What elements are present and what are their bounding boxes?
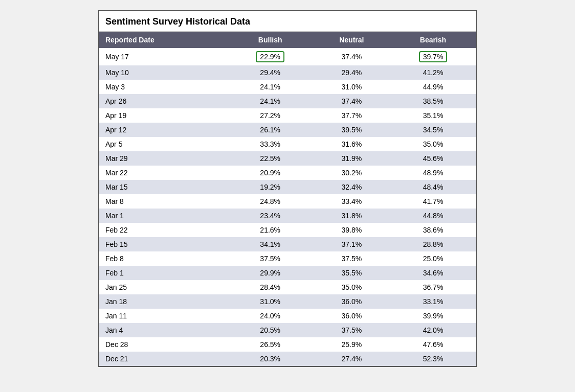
col-header-date: Reported Date [99, 32, 228, 48]
cell-date: Mar 1 [99, 209, 228, 223]
cell-bullish: 27.2% [228, 108, 313, 123]
cell-bearish: 44.9% [390, 80, 476, 94]
cell-date: May 17 [99, 48, 228, 65]
cell-bullish: 26.1% [228, 123, 313, 137]
cell-date: Jan 4 [99, 323, 228, 337]
table-row: Mar 2220.9%30.2%48.9% [99, 166, 476, 180]
cell-neutral: 31.6% [313, 137, 390, 151]
col-header-bullish: Bullish [228, 32, 313, 48]
cell-neutral: 33.4% [313, 194, 390, 209]
table-row: May 1722.9%37.4%39.7% [99, 48, 476, 65]
cell-neutral: 35.0% [313, 280, 390, 294]
table-row: May 1029.4%29.4%41.2% [99, 65, 476, 80]
cell-neutral: 37.5% [313, 323, 390, 337]
cell-bullish: 24.1% [228, 80, 313, 94]
cell-bullish: 20.9% [228, 166, 313, 180]
cell-bullish: 37.5% [228, 251, 313, 266]
cell-bullish: 33.3% [228, 137, 313, 151]
table-row: Feb 2221.6%39.8%38.6% [99, 223, 476, 237]
cell-date: Mar 15 [99, 180, 228, 194]
cell-date: Apr 12 [99, 123, 228, 137]
cell-bearish: 36.7% [390, 280, 476, 294]
cell-date: Dec 28 [99, 337, 228, 352]
cell-bullish: 23.4% [228, 209, 313, 223]
cell-bullish: 21.6% [228, 223, 313, 237]
table-row: Mar 824.8%33.4%41.7% [99, 194, 476, 209]
cell-bearish: 48.4% [390, 180, 476, 194]
cell-date: Feb 8 [99, 251, 228, 266]
cell-bullish: 19.2% [228, 180, 313, 194]
cell-bearish: 39.9% [390, 309, 476, 323]
table-row: Feb 129.9%35.5%34.6% [99, 266, 476, 280]
cell-bullish: 24.8% [228, 194, 313, 209]
cell-bearish: 38.5% [390, 94, 476, 108]
cell-bearish: 41.2% [390, 65, 476, 80]
cell-neutral: 29.4% [313, 65, 390, 80]
cell-bearish: 34.6% [390, 266, 476, 280]
cell-date: May 3 [99, 80, 228, 94]
cell-bearish: 38.6% [390, 223, 476, 237]
cell-neutral: 27.4% [313, 352, 390, 366]
sentiment-table: Reported Date Bullish Neutral Bearish Ma… [99, 32, 476, 366]
cell-bullish: 29.4% [228, 65, 313, 80]
table-row: Jan 1124.0%36.0%39.9% [99, 309, 476, 323]
table-row: Mar 123.4%31.8%44.8% [99, 209, 476, 223]
table-row: May 324.1%31.0%44.9% [99, 80, 476, 94]
cell-neutral: 31.0% [313, 80, 390, 94]
cell-neutral: 37.4% [313, 48, 390, 65]
cell-date: Apr 5 [99, 137, 228, 151]
cell-neutral: 35.5% [313, 266, 390, 280]
cell-date: Jan 11 [99, 309, 228, 323]
sentiment-table-container: Sentiment Survey Historical Data Reporte… [98, 10, 477, 367]
cell-bearish: 25.0% [390, 251, 476, 266]
cell-bearish: 48.9% [390, 166, 476, 180]
cell-bullish: 28.4% [228, 280, 313, 294]
cell-date: Jan 18 [99, 294, 228, 309]
cell-bearish: 45.6% [390, 151, 476, 166]
cell-date: Mar 29 [99, 151, 228, 166]
cell-date: May 10 [99, 65, 228, 80]
cell-neutral: 37.5% [313, 251, 390, 266]
cell-bullish: 22.9% [228, 48, 313, 65]
cell-neutral: 37.4% [313, 94, 390, 108]
cell-date: Feb 15 [99, 237, 228, 251]
cell-bullish: 20.3% [228, 352, 313, 366]
table-row: Feb 1534.1%37.1%28.8% [99, 237, 476, 251]
cell-bullish: 24.0% [228, 309, 313, 323]
table-row: Jan 420.5%37.5%42.0% [99, 323, 476, 337]
cell-date: Mar 22 [99, 166, 228, 180]
cell-bullish: 29.9% [228, 266, 313, 280]
cell-neutral: 25.9% [313, 337, 390, 352]
table-row: Apr 1226.1%39.5%34.5% [99, 123, 476, 137]
table-row: Mar 2922.5%31.9%45.6% [99, 151, 476, 166]
table-header-row: Reported Date Bullish Neutral Bearish [99, 32, 476, 48]
cell-bearish: 33.1% [390, 294, 476, 309]
table-row: Apr 533.3%31.6%35.0% [99, 137, 476, 151]
table-row: Jan 2528.4%35.0%36.7% [99, 280, 476, 294]
cell-neutral: 36.0% [313, 309, 390, 323]
table-row: Mar 1519.2%32.4%48.4% [99, 180, 476, 194]
table-row: Dec 2120.3%27.4%52.3% [99, 352, 476, 366]
cell-date: Mar 8 [99, 194, 228, 209]
cell-neutral: 39.5% [313, 123, 390, 137]
cell-bullish: 22.5% [228, 151, 313, 166]
cell-date: Dec 21 [99, 352, 228, 366]
cell-bullish: 34.1% [228, 237, 313, 251]
cell-bearish: 52.3% [390, 352, 476, 366]
cell-neutral: 37.7% [313, 108, 390, 123]
cell-neutral: 30.2% [313, 166, 390, 180]
cell-date: Apr 19 [99, 108, 228, 123]
cell-bullish: 20.5% [228, 323, 313, 337]
cell-bullish: 26.5% [228, 337, 313, 352]
cell-neutral: 36.0% [313, 294, 390, 309]
table-row: Feb 837.5%37.5%25.0% [99, 251, 476, 266]
cell-neutral: 32.4% [313, 180, 390, 194]
table-row: Apr 2624.1%37.4%38.5% [99, 94, 476, 108]
cell-neutral: 31.8% [313, 209, 390, 223]
cell-bearish: 39.7% [390, 48, 476, 65]
table-title: Sentiment Survey Historical Data [99, 11, 476, 32]
cell-bearish: 44.8% [390, 209, 476, 223]
table-row: Dec 2826.5%25.9%47.6% [99, 337, 476, 352]
cell-date: Feb 22 [99, 223, 228, 237]
cell-bearish: 47.6% [390, 337, 476, 352]
